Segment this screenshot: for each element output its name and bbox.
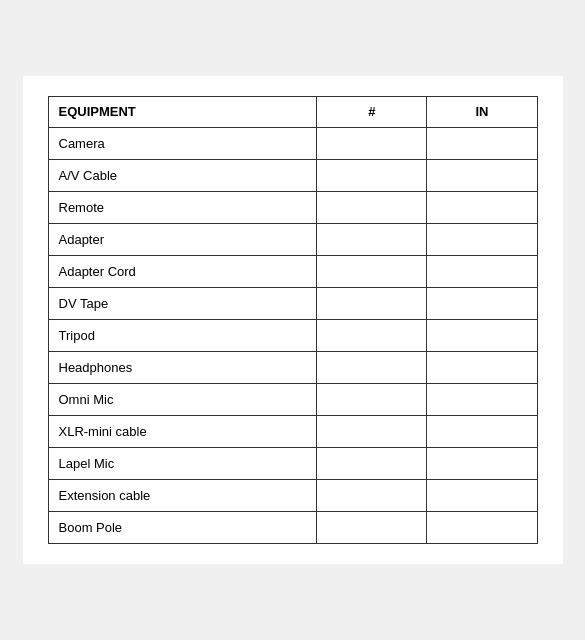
in-cell-7	[427, 352, 537, 384]
table-row: Adapter Cord	[48, 256, 537, 288]
table-row: DV Tape	[48, 288, 537, 320]
equipment-cell-11: Extension cable	[48, 480, 317, 512]
equipment-table: EQUIPMENT # IN CameraA/V CableRemoteAdap…	[48, 96, 538, 544]
in-cell-5	[427, 288, 537, 320]
in-cell-8	[427, 384, 537, 416]
table-row: Extension cable	[48, 480, 537, 512]
table-row: Lapel Mic	[48, 448, 537, 480]
equipment-cell-10: Lapel Mic	[48, 448, 317, 480]
table-row: Boom Pole	[48, 512, 537, 544]
table-row: Headphones	[48, 352, 537, 384]
in-cell-2	[427, 192, 537, 224]
equipment-cell-0: Camera	[48, 128, 317, 160]
number-cell-12	[317, 512, 427, 544]
in-cell-6	[427, 320, 537, 352]
in-cell-11	[427, 480, 537, 512]
in-cell-12	[427, 512, 537, 544]
table-row: Adapter	[48, 224, 537, 256]
in-cell-1	[427, 160, 537, 192]
number-cell-4	[317, 256, 427, 288]
table-row: Camera	[48, 128, 537, 160]
equipment-cell-6: Tripod	[48, 320, 317, 352]
equipment-cell-1: A/V Cable	[48, 160, 317, 192]
in-cell-0	[427, 128, 537, 160]
number-cell-0	[317, 128, 427, 160]
number-cell-7	[317, 352, 427, 384]
equipment-cell-7: Headphones	[48, 352, 317, 384]
header-number: #	[317, 96, 427, 127]
table-row: XLR-mini cable	[48, 416, 537, 448]
table-row: Tripod	[48, 320, 537, 352]
table-row: A/V Cable	[48, 160, 537, 192]
equipment-cell-3: Adapter	[48, 224, 317, 256]
number-cell-9	[317, 416, 427, 448]
header-equipment: EQUIPMENT	[48, 96, 317, 127]
in-cell-4	[427, 256, 537, 288]
number-cell-6	[317, 320, 427, 352]
header-in: IN	[427, 96, 537, 127]
number-cell-3	[317, 224, 427, 256]
number-cell-5	[317, 288, 427, 320]
equipment-cell-4: Adapter Cord	[48, 256, 317, 288]
equipment-cell-9: XLR-mini cable	[48, 416, 317, 448]
page-container: EQUIPMENT # IN CameraA/V CableRemoteAdap…	[23, 76, 563, 564]
number-cell-8	[317, 384, 427, 416]
equipment-cell-5: DV Tape	[48, 288, 317, 320]
in-cell-3	[427, 224, 537, 256]
equipment-cell-12: Boom Pole	[48, 512, 317, 544]
number-cell-1	[317, 160, 427, 192]
in-cell-9	[427, 416, 537, 448]
table-row: Omni Mic	[48, 384, 537, 416]
equipment-cell-8: Omni Mic	[48, 384, 317, 416]
table-row: Remote	[48, 192, 537, 224]
table-header-row: EQUIPMENT # IN	[48, 96, 537, 127]
equipment-cell-2: Remote	[48, 192, 317, 224]
in-cell-10	[427, 448, 537, 480]
number-cell-2	[317, 192, 427, 224]
number-cell-10	[317, 448, 427, 480]
number-cell-11	[317, 480, 427, 512]
